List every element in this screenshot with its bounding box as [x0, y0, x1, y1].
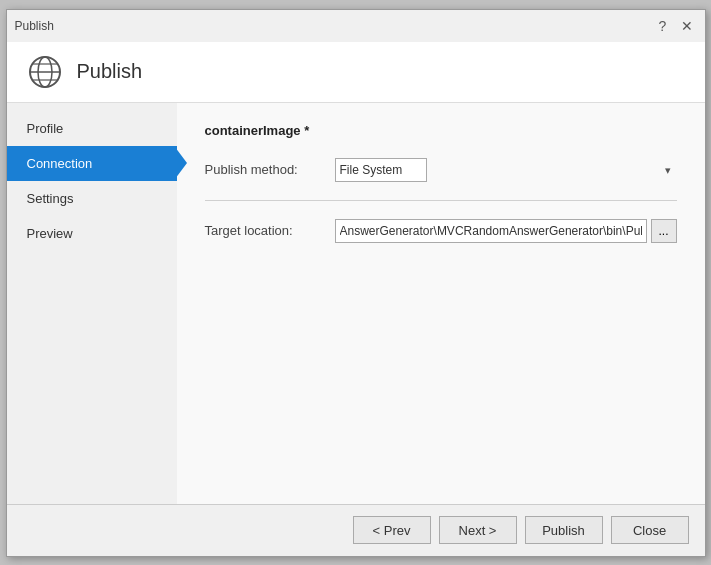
- publish-method-control: File System FTP Web Deploy: [335, 158, 677, 182]
- target-location-label: Target location:: [205, 223, 335, 238]
- sidebar-item-settings[interactable]: Settings: [7, 181, 177, 216]
- browse-button[interactable]: ...: [651, 219, 677, 243]
- publish-method-label: Publish method:: [205, 162, 335, 177]
- target-location-input[interactable]: [335, 219, 647, 243]
- title-bar-controls: ? ✕: [653, 16, 697, 36]
- dialog-body: Profile Connection Settings Preview cont…: [7, 103, 705, 504]
- sidebar-item-label-connection: Connection: [27, 156, 93, 171]
- title-bar-text: Publish: [15, 19, 653, 33]
- help-button[interactable]: ?: [653, 16, 673, 36]
- publish-button[interactable]: Publish: [525, 516, 603, 544]
- form-separator: [205, 200, 677, 201]
- section-title: containerImage *: [205, 123, 677, 138]
- sidebar-item-label-settings: Settings: [27, 191, 74, 206]
- publish-method-select[interactable]: File System FTP Web Deploy: [335, 158, 427, 182]
- publish-method-row: Publish method: File System FTP Web Depl…: [205, 158, 677, 182]
- dialog-title: Publish: [77, 60, 143, 83]
- dialog-header: Publish: [7, 42, 705, 103]
- globe-icon: [27, 54, 63, 90]
- main-content: containerImage * Publish method: File Sy…: [177, 103, 705, 504]
- sidebar: Profile Connection Settings Preview: [7, 103, 177, 504]
- next-button[interactable]: Next >: [439, 516, 517, 544]
- dialog-footer: < Prev Next > Publish Close: [7, 504, 705, 556]
- sidebar-item-label-profile: Profile: [27, 121, 64, 136]
- sidebar-item-profile[interactable]: Profile: [7, 111, 177, 146]
- publish-dialog: Publish ? ✕ Publish Profile Connection: [6, 9, 706, 557]
- title-bar: Publish ? ✕: [7, 10, 705, 42]
- target-location-row: Target location: ...: [205, 219, 677, 243]
- close-window-button[interactable]: ✕: [677, 16, 697, 36]
- sidebar-item-label-preview: Preview: [27, 226, 73, 241]
- sidebar-item-preview[interactable]: Preview: [7, 216, 177, 251]
- prev-button[interactable]: < Prev: [353, 516, 431, 544]
- sidebar-item-connection[interactable]: Connection: [7, 146, 177, 181]
- publish-method-select-wrap: File System FTP Web Deploy: [335, 158, 677, 182]
- close-button[interactable]: Close: [611, 516, 689, 544]
- target-location-control: ...: [335, 219, 677, 243]
